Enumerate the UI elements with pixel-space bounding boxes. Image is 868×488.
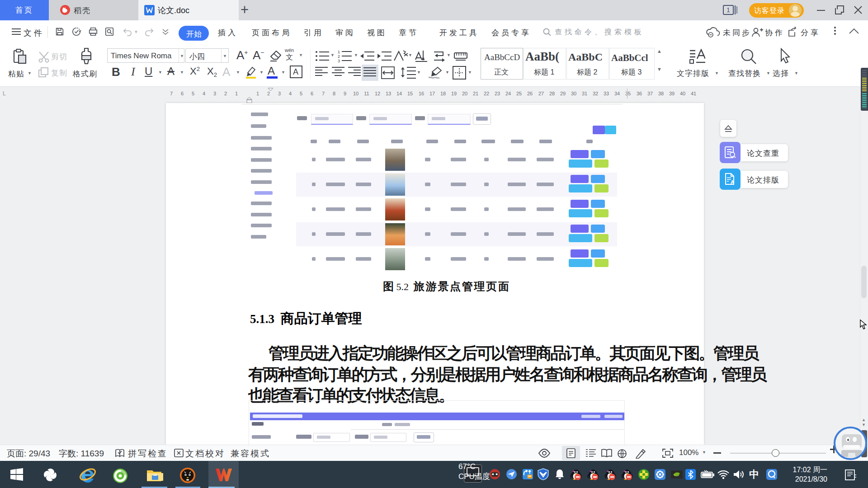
svg-text:3: 3 [338,59,340,63]
svg-text:1: 1 [726,6,730,14]
svg-text:A: A [731,179,734,185]
svg-text:2: 2 [338,54,340,59]
svg-text:1: 1 [338,50,340,54]
